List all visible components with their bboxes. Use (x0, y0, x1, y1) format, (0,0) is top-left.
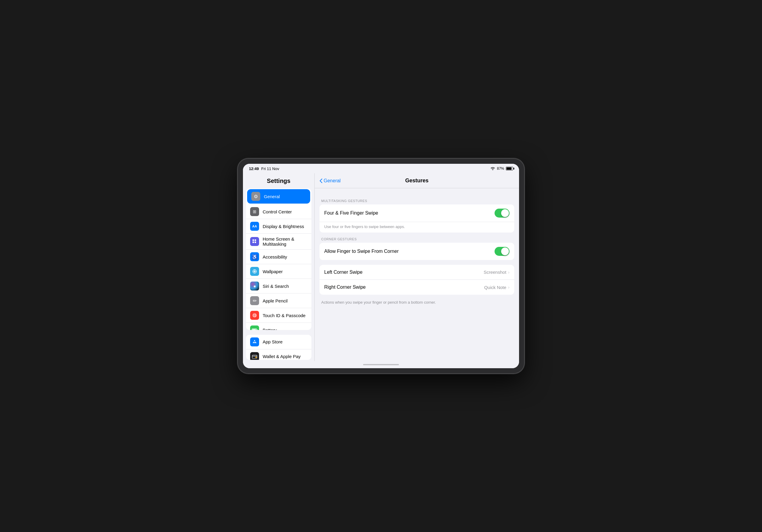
content-area: General Gestures MULTITASKING GESTURES F… (315, 173, 519, 361)
status-date: Fri 11 Nov (261, 167, 279, 171)
right-corner-swipe-label: Right Corner Swipe (324, 284, 366, 290)
accessibility-icon: ♿ (250, 252, 259, 261)
corner-gestures-group: Allow Finger to Swipe From Corner (320, 243, 514, 260)
sidebar-item-wallpaper[interactable]: Wallpaper (246, 264, 311, 279)
toggle-knob (501, 209, 509, 217)
allow-finger-swipe-toggle[interactable] (495, 247, 509, 256)
right-corner-swipe-value: Quick Note › (484, 285, 509, 290)
left-corner-swipe-text: Screenshot (484, 269, 506, 275)
sidebar: Settings ⚙ General ⊞ C (243, 173, 315, 361)
svg-rect-2 (253, 242, 254, 243)
wallet-icon (250, 352, 259, 360)
left-corner-swipe-value: Screenshot › (484, 269, 509, 275)
sidebar-item-appstore[interactable]: App Store (246, 335, 311, 349)
wallpaper-icon (250, 267, 259, 276)
chevron-right-icon: › (508, 285, 509, 290)
siri-icon: ◉ (250, 281, 259, 290)
content-body: MULTITASKING GESTURES Four & Five Finger… (315, 188, 519, 315)
back-button[interactable]: General (320, 178, 341, 184)
svg-rect-16 (252, 356, 257, 356)
sidebar-item-label: Home Screen & Multitasking (263, 236, 307, 247)
homescreen-icon (250, 237, 259, 246)
section-header-multitasking: MULTITASKING GESTURES (320, 199, 514, 204)
right-corner-swipe-text: Quick Note (484, 285, 506, 290)
status-indicators: 87% (491, 167, 513, 171)
sidebar-item-label: Touch ID & Passcode (263, 313, 305, 318)
sidebar-item-general[interactable]: ⚙ General (247, 189, 310, 204)
sidebar-item-label: Display & Brightness (263, 224, 304, 229)
sidebar-item-pencil[interactable]: ✏ Apple Pencil (246, 293, 311, 308)
back-label: General (324, 178, 341, 184)
sidebar-item-siri[interactable]: ◉ Siri & Search (246, 279, 311, 293)
toggle-knob (501, 248, 509, 255)
wifi-icon (491, 167, 495, 171)
sidebar-item-label: Control Center (263, 209, 292, 214)
sidebar-item-label: App Store (263, 339, 283, 344)
sidebar-item-label: Siri & Search (263, 284, 289, 289)
touchid-icon (250, 311, 259, 320)
svg-point-18 (256, 356, 257, 358)
corner-swipe-options-group: Left Corner Swipe Screenshot › Right Cor… (320, 265, 514, 295)
sidebar-item-label: Wallpaper (263, 269, 283, 274)
pencil-icon: ✏ (250, 296, 259, 305)
multitasking-gestures-group: Four & Five Finger Swipe Use four or fiv… (320, 204, 514, 233)
home-indicator-bar (363, 364, 399, 365)
page-title: Gestures (405, 178, 428, 184)
status-time: 12:49 (249, 167, 259, 171)
sidebar-item-label: Accessibility (263, 254, 287, 260)
battery-icon (506, 167, 513, 170)
svg-rect-12 (257, 329, 258, 330)
sidebar-item-label: Wallet & Apple Pay (263, 354, 301, 359)
battery-fill (506, 167, 511, 170)
sidebar-item-label: Apple Pencil (263, 298, 287, 303)
general-icon: ⚙ (251, 192, 260, 201)
ipad-screen: 12:49 Fri 11 Nov 87% (243, 164, 519, 368)
sidebar-item-wallet[interactable]: Wallet & Apple Pay (246, 349, 311, 360)
four-five-finger-row: Four & Five Finger Swipe (320, 204, 514, 222)
sidebar-item-label: Battery (263, 328, 277, 330)
sidebar-item-touchid[interactable]: Touch ID & Passcode (246, 308, 311, 323)
four-five-finger-label: Four & Five Finger Swipe (324, 210, 378, 216)
home-indicator (243, 361, 519, 368)
left-corner-swipe-row[interactable]: Left Corner Swipe Screenshot › (320, 265, 514, 280)
sidebar-section-1: ⚙ General ⊞ Control Center AA (246, 189, 311, 330)
svg-rect-13 (253, 329, 256, 330)
status-bar: 12:49 Fri 11 Nov 87% (243, 164, 519, 173)
sidebar-section-2: App Store Wallet & Apple Pay (246, 335, 311, 360)
four-five-finger-toggle[interactable] (495, 209, 509, 218)
svg-point-10 (254, 315, 255, 316)
control-center-icon: ⊞ (250, 207, 259, 216)
ipad-frame: 12:49 Fri 11 Nov 87% (238, 158, 524, 374)
battery-percentage: 87% (497, 167, 504, 171)
main-layout: Settings ⚙ General ⊞ C (243, 173, 519, 361)
right-corner-swipe-row[interactable]: Right Corner Swipe Quick Note › (320, 280, 514, 295)
svg-rect-0 (253, 239, 254, 241)
sidebar-item-control-center[interactable]: ⊞ Control Center (246, 204, 311, 219)
content-header: General Gestures (315, 173, 519, 188)
left-corner-swipe-label: Left Corner Swipe (324, 269, 362, 275)
sidebar-item-battery[interactable]: Battery (246, 323, 311, 330)
sidebar-item-accessibility[interactable]: ♿ Accessibility (246, 250, 311, 264)
battery-settings-icon (250, 326, 259, 330)
display-icon: AA (250, 222, 259, 231)
section-header-corner: CORNER GESTURES (320, 237, 514, 243)
appstore-icon (250, 338, 259, 346)
chevron-right-icon: › (508, 270, 509, 275)
four-five-finger-description: Use four or five fingers to swipe betwee… (320, 222, 514, 233)
sidebar-title: Settings (243, 173, 314, 188)
allow-finger-swipe-label: Allow Finger to Swipe From Corner (324, 249, 399, 254)
sidebar-item-display[interactable]: AA Display & Brightness (246, 219, 311, 234)
sidebar-item-label: General (264, 194, 280, 199)
svg-rect-3 (255, 242, 256, 243)
corner-swipe-footer: Actions when you swipe your finger or pe… (320, 298, 514, 309)
svg-rect-1 (255, 239, 256, 241)
allow-finger-swipe-row: Allow Finger to Swipe From Corner (320, 243, 514, 260)
sidebar-item-homescreen[interactable]: Home Screen & Multitasking (246, 234, 311, 250)
